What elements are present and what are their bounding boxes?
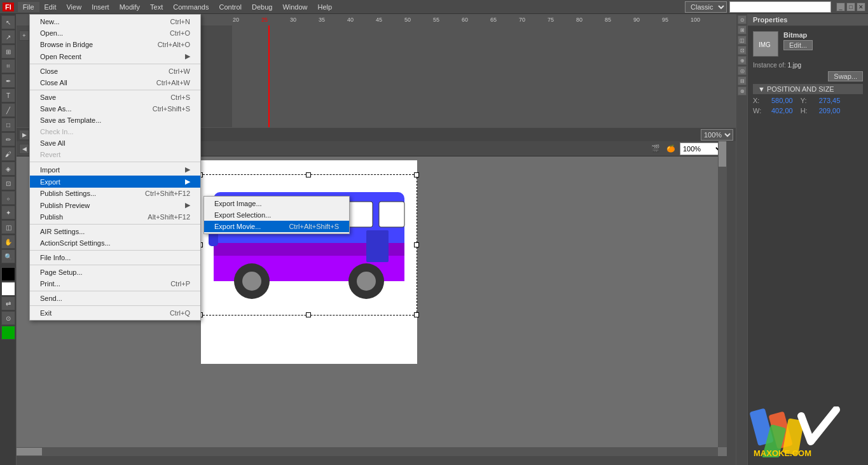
right-icon-5[interactable]: ⊕ [738,56,747,65]
tool-subselect[interactable]: ↗ [1,30,15,44]
tool-rect[interactable]: □ [1,118,15,132]
x-value: 580,00 [771,97,793,104]
bitmap-info: Bitmap Edit... [783,31,863,52]
handle-mr[interactable] [414,242,419,247]
menu-actionscript-settings[interactable]: ActionScript Settings... [30,237,200,249]
timeline-num-30: 30 [290,17,319,23]
tool-lasso[interactable]: ⌗ [1,59,15,73]
color-fill[interactable] [1,282,15,296]
color-preview[interactable] [1,326,15,340]
search-input[interactable] [729,1,831,13]
zoom-select[interactable]: 100% [701,129,733,141]
h-scrollbar[interactable] [17,447,718,456]
tool-swap-colors[interactable]: ⇄ [1,296,15,310]
watermark: MAXOKE.COM [747,406,862,459]
menu-open[interactable]: Open... Ctrl+O [30,27,200,39]
app-logo: Fl [3,3,14,11]
menu-publish-settings[interactable]: Publish Settings... Ctrl+Shift+F12 [30,188,200,199]
menu-save-as[interactable]: Save As... Ctrl+Shift+S [30,103,200,115]
menu-help[interactable]: Help [313,2,338,12]
menu-save[interactable]: Save Ctrl+S [30,92,200,103]
tool-select[interactable]: ↖ [1,15,15,29]
w-row: W: 402,00 H: 209,00 [753,107,863,115]
stage-zoom-area: 🎬 🍊 100% [649,142,724,155]
y-label: Y: [801,97,816,104]
v-scrollbar[interactable] [718,141,727,447]
tool-bone[interactable]: ⊡ [1,176,15,190]
maximize-button[interactable]: □ [846,3,855,11]
export-movie[interactable]: Export Movie... Ctrl+Alt+Shift+S [204,221,349,232]
menu-import[interactable]: Import ▶ [30,163,200,176]
menu-new[interactable]: New... Ctrl+N [30,16,200,27]
menu-air-settings[interactable]: AIR Settings... [30,226,200,237]
menu-view[interactable]: View [61,2,86,12]
tool-eraser[interactable]: ◫ [1,220,15,234]
tool-eyedropper[interactable]: ✦ [1,205,15,219]
menu-close-all[interactable]: Close All Ctrl+Alt+W [30,77,200,88]
menubar-right: Classic _ □ ✕ [685,1,865,13]
menu-print[interactable]: Print... Ctrl+P [30,278,200,289]
menu-browse-bridge[interactable]: Browse in Bridge Ctrl+Alt+O [30,39,200,50]
stage-icon2-btn[interactable]: 🍊 [665,142,677,155]
menu-commands[interactable]: Commands [168,2,214,12]
menu-save-template[interactable]: Save as Template... [30,115,200,126]
menu-text[interactable]: Text [145,2,168,12]
tool-line[interactable]: ╱ [1,103,15,117]
stage-icon-btn[interactable]: 🎬 [649,142,662,155]
menu-modify[interactable]: Modify [114,2,145,12]
menu-insert[interactable]: Insert [86,2,114,12]
menu-publish-preview[interactable]: Publish Preview ▶ [30,199,200,211]
svg-text:MAXOKE.COM: MAXOKE.COM [754,448,811,457]
tl-play-btn[interactable]: ▶ [19,130,29,140]
tool-paint-bucket[interactable]: ⬦ [1,191,15,205]
menu-file[interactable]: File [18,2,39,12]
edit-button[interactable]: Edit... [783,40,813,50]
tool-transform[interactable]: ⊞ [1,45,15,59]
menu-export[interactable]: Export ▶ [30,176,200,188]
swap-button[interactable]: Swap... [828,71,863,81]
tool-snap[interactable]: ⊙ [1,311,15,325]
color-stroke[interactable] [1,267,15,281]
right-icon-7[interactable]: ⊟ [738,76,747,85]
right-icon-1[interactable]: ⊙ [738,15,747,24]
handle-bm[interactable] [306,312,311,317]
right-icon-2[interactable]: ⊞ [738,25,747,34]
stage-back-btn[interactable]: ◀ [19,144,29,154]
close-button[interactable]: ✕ [857,3,865,11]
menu-control[interactable]: Control [214,2,247,12]
tool-pencil[interactable]: ✏ [1,132,15,146]
menu-close[interactable]: Close Ctrl+W [30,66,200,77]
menu-send[interactable]: Send... [30,293,200,304]
menu-file-info[interactable]: File Info... [30,252,200,263]
tool-hand[interactable]: ✋ [1,235,15,249]
right-icon-4[interactable]: ⊡ [738,46,747,55]
export-selection[interactable]: Export Selection... [204,209,349,221]
handle-tm[interactable] [306,172,311,177]
add-layer-btn[interactable]: + [19,31,29,41]
menu-open-recent[interactable]: Open Recent ▶ [30,50,200,62]
menu-exit[interactable]: Exit Ctrl+Q [30,307,200,319]
right-icon-3[interactable]: ◫ [738,36,747,45]
menu-edit[interactable]: Edit [39,2,62,12]
tool-deco[interactable]: ◈ [1,162,15,176]
tool-zoom[interactable]: 🔍 [1,249,15,263]
v-scrollbar-thumb[interactable] [719,141,726,167]
menu-page-setup[interactable]: Page Setup... [30,267,200,278]
workspace-dropdown[interactable]: Classic [685,1,727,13]
tool-brush[interactable]: 🖌 [1,147,15,161]
tool-pen[interactable]: ✒ [1,74,15,88]
menu-window[interactable]: Window [277,2,312,12]
handle-br[interactable] [414,312,419,317]
menu-save-all[interactable]: Save All [30,137,200,149]
tool-text[interactable]: T [1,88,15,102]
right-icon-8[interactable]: ⊛ [738,87,747,95]
right-icon-6[interactable]: ◎ [738,66,747,75]
h-scrollbar-thumb[interactable] [17,448,42,455]
timeline-num-95: 95 [662,17,691,23]
export-image[interactable]: Export Image... [204,198,349,209]
menu-publish[interactable]: Publish Alt+Shift+F12 [30,211,200,223]
menu-debug[interactable]: Debug [247,2,277,12]
handle-tr[interactable] [414,172,419,177]
sep-7 [30,291,200,291]
minimize-button[interactable]: _ [836,3,845,11]
